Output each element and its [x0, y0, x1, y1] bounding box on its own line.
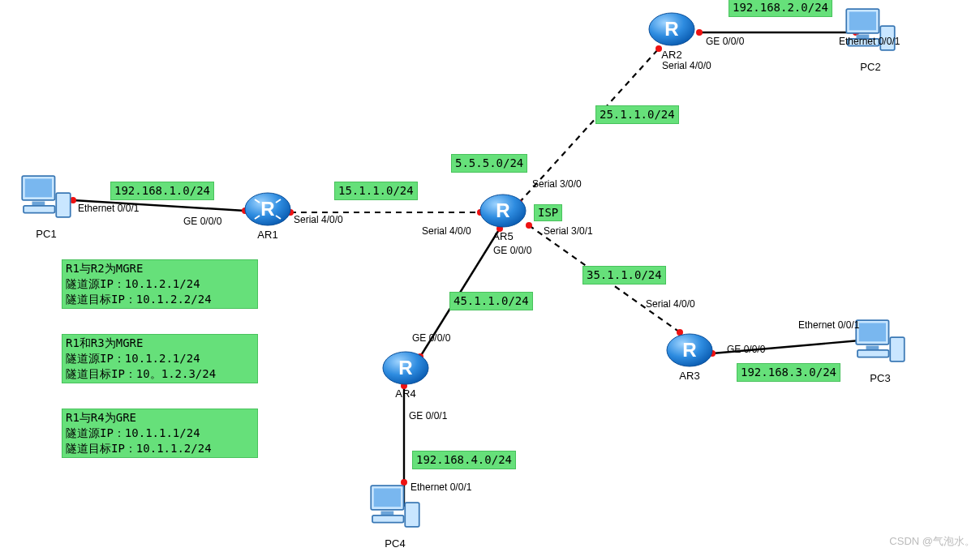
- port-label-ar5-s40: Serial 4/0/0: [422, 225, 471, 237]
- device-label: AR4: [381, 387, 430, 400]
- subnet-ar3ar5: 35.1.1.0/24: [582, 266, 666, 285]
- device-label: PC1: [18, 228, 75, 240]
- router-icon: R: [647, 11, 696, 48]
- note-line: R1与R2为MGRE: [66, 261, 254, 276]
- svg-rect-43: [372, 516, 404, 523]
- port-label-ar1-ser: Serial 4/0/0: [294, 214, 343, 225]
- note-line: 隧道目标IP：10.1.2.2/24: [66, 292, 254, 307]
- port-label-ar2-ser: Serial 4/0/0: [662, 60, 711, 71]
- pc-icon: [18, 170, 75, 227]
- isp-label: ISP: [534, 204, 562, 221]
- svg-text:R: R: [260, 198, 274, 220]
- port-label-ar3-ser: Serial 4/0/0: [646, 298, 695, 310]
- port-label-ar3-ge: GE 0/0/0: [727, 344, 765, 355]
- svg-rect-28: [24, 206, 55, 213]
- device-ar1[interactable]: R AR1: [243, 191, 292, 241]
- device-label: PC3: [852, 372, 909, 384]
- watermark-text: CSDN @气泡水。: [889, 534, 975, 549]
- router-icon: R: [665, 332, 714, 369]
- subnet-pc1: 192.168.1.0/24: [110, 182, 214, 200]
- device-ar5[interactable]: R AR5: [479, 193, 527, 242]
- svg-rect-38: [858, 350, 889, 357]
- svg-point-14: [696, 29, 703, 36]
- port-label-ar5-s30: Serial 3/0/0: [532, 178, 582, 190]
- svg-rect-42: [405, 503, 419, 527]
- note-r1r4-gre: R1与R4为GRE 隧道源IP：10.1.1.1/24 隧道目标IP：10.1.…: [62, 409, 258, 458]
- subnet-pc2: 192.168.2.0/24: [729, 0, 832, 17]
- port-label-ar2-ge: GE 0/0/0: [706, 36, 744, 47]
- router-icon: R: [243, 191, 292, 228]
- svg-text:R: R: [496, 199, 509, 221]
- device-ar4[interactable]: R AR4: [381, 350, 430, 400]
- subnet-ar1ar5: 15.1.1.0/24: [334, 182, 418, 200]
- note-line: 隧道目标IP：10.1.1.2/24: [66, 441, 254, 456]
- note-line: 隧道源IP：10.1.2.1/24: [66, 351, 254, 366]
- device-label: AR3: [665, 370, 714, 382]
- note-line: R1与R4为GRE: [66, 410, 254, 426]
- note-r1r2-mgre: R1与R2为MGRE 隧道源IP：10.1.2.1/24 隧道目标IP：10.1…: [62, 259, 258, 309]
- router-icon: R: [381, 350, 430, 387]
- svg-text:R: R: [398, 357, 412, 379]
- port-label-ar5-s31: Serial 3/0/1: [544, 225, 593, 237]
- pc-icon: [842, 3, 899, 60]
- subnet-ar2ar5: 25.1.1.0/24: [595, 105, 679, 124]
- note-line: 隧道源IP：10.1.2.1/24: [66, 276, 254, 292]
- svg-rect-27: [56, 193, 71, 217]
- svg-text:R: R: [682, 339, 696, 361]
- device-pc1[interactable]: PC1: [18, 170, 75, 240]
- svg-rect-40: [374, 489, 401, 507]
- svg-rect-30: [849, 12, 876, 31]
- device-label: PC4: [367, 537, 423, 550]
- port-label-pc2-eth: Ethernet 0/0/1: [839, 36, 900, 47]
- svg-text:R: R: [664, 18, 678, 40]
- device-ar2[interactable]: R AR2: [647, 11, 696, 61]
- svg-rect-37: [890, 337, 905, 362]
- svg-rect-35: [859, 323, 886, 342]
- port-label-ar4-ge0: GE 0/0/0: [412, 332, 450, 344]
- router-icon: R: [479, 193, 527, 229]
- note-r1r3-mgre: R1和R3为MGRE 隧道源IP：10.1.2.1/24 隧道目标IP：10。1…: [62, 334, 258, 383]
- device-label: PC2: [842, 61, 899, 73]
- port-label-ar1-ge: GE 0/0/0: [183, 216, 221, 227]
- topology-canvas: { "devices": { "pc1": {"label":"PC1"}, "…: [0, 0, 980, 552]
- port-label-pc3-eth: Ethernet 0/0/1: [798, 319, 859, 331]
- device-ar3[interactable]: R AR3: [665, 332, 714, 382]
- port-label-ar4-ge1: GE 0/0/1: [409, 410, 447, 421]
- note-line: 隧道目标IP：10。1.2.3/24: [66, 366, 254, 382]
- note-line: 隧道源IP：10.1.1.1/24: [66, 426, 254, 441]
- note-line: R1和R3为MGRE: [66, 336, 254, 351]
- port-label-pc1-eth: Ethernet 0/0/1: [78, 203, 139, 214]
- port-label-pc4-eth: Ethernet 0/0/1: [410, 481, 471, 493]
- subnet-ar5lo: 5.5.5.0/24: [451, 154, 527, 173]
- subnet-pc4: 192.168.4.0/24: [412, 451, 516, 469]
- subnet-ar4ar5: 45.1.1.0/24: [449, 292, 533, 310]
- pc-icon: [852, 315, 909, 371]
- svg-rect-25: [25, 179, 52, 198]
- device-label: AR2: [647, 49, 696, 61]
- device-label: AR5: [479, 230, 527, 242]
- device-label: AR1: [243, 229, 292, 241]
- port-label-ar5-ge: GE 0/0/0: [493, 245, 531, 256]
- device-pc3[interactable]: PC3: [852, 315, 909, 384]
- subnet-pc3: 192.168.3.0/24: [737, 363, 840, 382]
